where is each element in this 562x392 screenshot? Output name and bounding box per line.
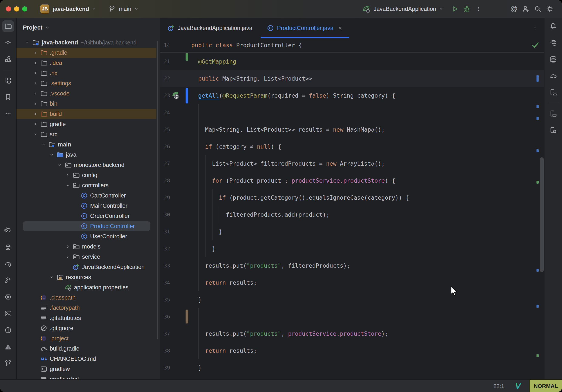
stripe-mark[interactable] [537, 269, 539, 272]
tab-options-button[interactable] [532, 24, 538, 32]
tab-productcontroller-java[interactable]: ProductController.java [259, 18, 351, 38]
chevron-down-icon[interactable] [65, 183, 70, 188]
stripe-mark[interactable] [537, 117, 539, 120]
tree-item-src[interactable]: src [17, 129, 160, 140]
code-line-26[interactable]: 26if (category ≠ null) { [160, 138, 544, 155]
chevron-down-icon[interactable] [57, 162, 62, 167]
code-line-39[interactable]: 39} [160, 359, 544, 376]
debug-button[interactable] [461, 3, 473, 15]
project-tree-scrollbar[interactable] [157, 41, 158, 339]
more-tool-windows-tool-button[interactable] [0, 106, 16, 122]
code-line-25[interactable]: 25Map<String, List<Product>> results = n… [160, 121, 544, 138]
tree-item-productcontroller[interactable]: ProductController [17, 221, 160, 231]
ai-assistant-tool-button[interactable] [545, 35, 561, 51]
run-config-widget[interactable]: JavaBackendApplication [362, 5, 444, 13]
stripe-mark[interactable] [537, 149, 539, 152]
more-run-options-button[interactable] [473, 3, 485, 15]
code-with-me-button[interactable] [520, 3, 532, 15]
tree-item-java-backend[interactable]: java-backend~/Github/java-backend [17, 37, 160, 48]
ai-cat-tool-button[interactable] [0, 222, 16, 239]
tree-item-monostore-backend[interactable]: monostore.backend [17, 160, 160, 170]
commit-tool-button[interactable] [0, 35, 16, 51]
tree-item-bin[interactable]: bin [17, 99, 160, 109]
close-window-button[interactable] [6, 6, 11, 12]
ideavim-icon[interactable]: V [514, 381, 522, 391]
run-button[interactable] [449, 3, 461, 15]
device-manager-tool-button[interactable] [545, 106, 561, 122]
chevron-right-icon[interactable] [65, 244, 70, 249]
copilot-tool-button[interactable] [0, 239, 16, 256]
services-tool-button[interactable] [0, 289, 16, 305]
branch-widget[interactable]: main [109, 6, 139, 12]
sticky-code-line[interactable]: 14public class ProductController { [160, 38, 544, 53]
chevron-down-icon[interactable] [25, 40, 30, 45]
code-line-24[interactable]: 24 [160, 104, 544, 121]
project-tool-button[interactable] [0, 18, 16, 35]
problems-tool-button[interactable] [0, 322, 16, 338]
tree-item--factorypath[interactable]: .factorypath [17, 303, 160, 313]
tree-item--gitattributes[interactable]: .gitattributes [17, 313, 160, 323]
tree-item-changelog-md[interactable]: CHANGELOG.md [17, 354, 160, 364]
tree-item-javabackendapplication[interactable]: JavaBackendApplication [17, 262, 160, 272]
search-everywhere-button[interactable] [532, 3, 544, 15]
chevron-down-icon[interactable] [49, 275, 54, 280]
database-tool-button[interactable] [545, 51, 561, 68]
code-line-23[interactable]: 23getAll(@RequestParam(required = false)… [160, 87, 544, 104]
tree-item--nx[interactable]: .nx [17, 68, 160, 78]
tree-item-build[interactable]: build [17, 109, 160, 119]
bookmarks-tool-button[interactable] [0, 89, 16, 106]
code-line-33[interactable]: 33results.put("products", filteredProduc… [160, 257, 544, 274]
tree-item-cartcontroller[interactable]: CartController [17, 190, 160, 201]
tree-item-maincontroller[interactable]: MainController [17, 201, 160, 211]
stripe-mark[interactable] [537, 181, 539, 184]
code-line-37[interactable]: 37results.put("products", productService… [160, 325, 544, 342]
chevron-right-icon[interactable] [33, 101, 38, 106]
chevron-down-icon[interactable] [49, 152, 54, 157]
editor-scrollbar[interactable] [540, 157, 544, 272]
tree-item--settings[interactable]: .settings [17, 78, 160, 88]
tree-item--classpath[interactable]: .classpath [17, 293, 160, 303]
tree-item-gradle[interactable]: gradle [17, 119, 160, 129]
tree-item-gradlew[interactable]: gradlew [17, 364, 160, 374]
close-icon[interactable] [337, 25, 343, 31]
tree-item-controllers[interactable]: controllers [17, 180, 160, 190]
settings-button[interactable] [544, 3, 556, 15]
tree-item-build-gradle[interactable]: build.gradle [17, 344, 160, 354]
chevron-right-icon[interactable] [33, 111, 38, 117]
version-control-tool-button[interactable] [0, 355, 16, 372]
tree-item-models[interactable]: models [17, 241, 160, 252]
tree-item-ordercontroller[interactable]: OrderController [17, 211, 160, 221]
chevron-right-icon[interactable] [33, 50, 38, 55]
code-line-35[interactable]: 35} [160, 291, 544, 308]
code-line-28[interactable]: 28for (Product product : productService.… [160, 172, 544, 189]
running-devices-tool-button[interactable] [545, 84, 561, 101]
ai-assistant-button[interactable] [508, 3, 520, 15]
code-line-31[interactable]: 31} [160, 223, 544, 240]
code-line-38[interactable]: 38return results; [160, 342, 544, 359]
tree-item-application-properties[interactable]: application.properties [17, 282, 160, 293]
build-tool-windows-tool-button[interactable] [0, 72, 16, 89]
stripe-mark[interactable] [537, 305, 539, 308]
notifications-warning-tool-button[interactable] [0, 338, 16, 355]
structure-tool-button[interactable] [0, 51, 16, 68]
code-line-29[interactable]: 29if (product.getCategory().equalsIgnore… [160, 189, 544, 206]
zoom-window-button[interactable] [22, 6, 27, 12]
tree-item--idea[interactable]: .idea [17, 58, 160, 68]
chevron-right-icon[interactable] [33, 60, 38, 65]
tab-javabackendapplication-java[interactable]: JavaBackendApplication.java [160, 18, 259, 38]
caret-position[interactable]: 22:1 [493, 383, 504, 390]
minimize-window-button[interactable] [14, 6, 19, 12]
tree-item--gradle[interactable]: .gradle [17, 48, 160, 58]
code-line-27[interactable]: 27List<Product> filteredProducts = new A… [160, 155, 544, 172]
stripe-mark[interactable] [537, 75, 539, 82]
chevron-down-icon[interactable] [33, 132, 38, 137]
stripe-mark[interactable] [537, 354, 539, 357]
tree-item-resources[interactable]: resources [17, 272, 160, 282]
code-line-32[interactable]: 32} [160, 240, 544, 257]
tree-item--project[interactable]: .project [17, 333, 160, 344]
code-line-22[interactable]: 22public Map<String, List<Product>> [160, 70, 544, 87]
chevron-right-icon[interactable] [33, 81, 38, 86]
tree-item-usercontroller[interactable]: UserController [17, 231, 160, 241]
chevron-right-icon[interactable] [65, 173, 70, 178]
inspections-ok-icon[interactable] [531, 41, 539, 49]
